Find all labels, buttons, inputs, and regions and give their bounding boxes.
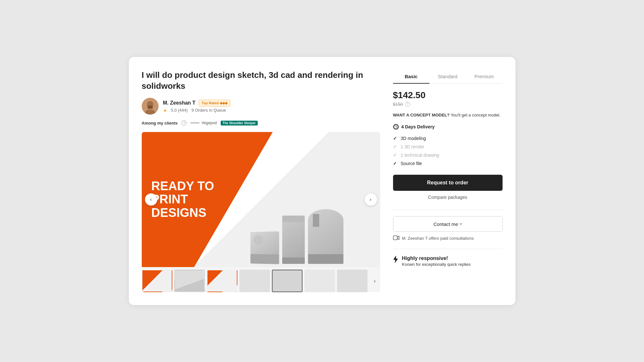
gig-title: I will do product design sketch, 3d cad … <box>142 70 380 92</box>
svg-rect-3 <box>148 106 153 109</box>
compare-packages-link[interactable]: Compare packages <box>393 195 503 200</box>
paid-consultations-row: M. Zeeshan T offers paid consultations <box>393 236 503 241</box>
contact-me-button[interactable]: Contact me › <box>393 216 503 232</box>
carousel-prev-button[interactable]: ‹ <box>145 193 157 206</box>
request-to-order-button[interactable]: Request to order <box>393 175 503 191</box>
package-tabs: Basic Standard Premium <box>393 70 503 84</box>
pricing-panel: Basic Standard Premium $142.50 $150 ? WA… <box>393 70 503 292</box>
rating-row: ★ 5.0 (444) 9 Orders in Queue <box>163 108 230 113</box>
thumbnail-4[interactable] <box>239 270 270 292</box>
original-price: $150 <box>393 102 403 107</box>
feature-label-1: 1 3D render <box>401 144 425 149</box>
price-section: $142.50 $150 ? <box>393 90 503 107</box>
feature-item-1: ✓ 1 3D render <box>393 143 503 151</box>
current-price: $142.50 <box>393 90 503 100</box>
video-camera-icon <box>393 236 399 241</box>
clock-icon <box>393 124 399 130</box>
features-list: ✓ 3D modeling ✓ 1 3D render ✓ 1 technica… <box>393 134 503 168</box>
original-price-row: $150 ? <box>393 102 503 107</box>
thumbnail-strip: › <box>142 267 380 292</box>
feature-item-3: ✓ Source file <box>393 159 503 168</box>
image-carousel: READY TO PRINT DESIGNS <box>142 132 380 292</box>
delivery-row: 4 Days Delivery <box>393 124 503 130</box>
feature-item-0: ✓ 3D modeling <box>393 134 503 143</box>
price-info-icon[interactable]: ? <box>405 102 410 107</box>
rating-value: 5.0 (444) <box>171 108 188 113</box>
svg-line-6 <box>396 127 397 127</box>
seller-row: M. Zeeshan T Top Rated ◆◆◆ ★ 5.0 (444) 9… <box>142 98 380 115</box>
check-icon-2: ✓ <box>393 153 398 158</box>
carousel-next-button[interactable]: › <box>365 193 377 206</box>
3d-models-area <box>213 132 380 267</box>
feature-label-0: 3D modeling <box>401 136 426 141</box>
avatar[interactable] <box>142 98 159 115</box>
model-shape-2 <box>282 216 305 264</box>
check-icon-0: ✓ <box>393 136 398 141</box>
thumbnail-7[interactable] <box>337 270 368 292</box>
client-vegepod: Vegepod <box>190 121 216 125</box>
concept-model-text: WANT A CONCEPT MODEL? You'll get a conce… <box>393 112 503 118</box>
check-icon-3: ✓ <box>393 161 398 166</box>
main-image: READY TO PRINT DESIGNS <box>142 132 380 267</box>
gig-card: I will do product design sketch, 3d cad … <box>129 57 515 305</box>
tab-basic[interactable]: Basic <box>393 70 429 84</box>
thumbnail-2[interactable] <box>174 270 205 292</box>
thumbnail-1[interactable] <box>142 270 172 292</box>
model-shape-3 <box>308 209 343 264</box>
seller-name[interactable]: M. Zeeshan T <box>163 100 196 106</box>
lightning-icon <box>393 255 398 265</box>
model-shape-1 <box>250 231 279 264</box>
ready-to-print-text: READY TO PRINT DESIGNS <box>151 180 214 220</box>
star-icon: ★ <box>163 108 167 113</box>
clients-help-icon[interactable]: ? <box>181 120 187 125</box>
seller-name-row: M. Zeeshan T Top Rated ◆◆◆ <box>163 100 230 107</box>
seller-info: M. Zeeshan T Top Rated ◆◆◆ ★ 5.0 (444) 9… <box>163 100 230 113</box>
feature-label-2: 1 technical drawing <box>401 153 439 158</box>
orders-queue: 9 Orders in Queue <box>192 108 226 113</box>
feature-label-3: Source file <box>401 161 422 166</box>
tab-standard[interactable]: Standard <box>429 70 466 84</box>
responsive-text-block: Highly responsive! Known for exceptional… <box>402 255 471 268</box>
clients-row: Among my clients ? Vegepod The Shoulder … <box>142 120 380 125</box>
thumbnail-5[interactable] <box>272 270 303 292</box>
gig-left-panel: I will do product design sketch, 3d cad … <box>142 70 380 292</box>
clients-label: Among my clients <box>142 121 178 125</box>
top-rated-badge: Top Rated ◆◆◆ <box>199 100 230 107</box>
tab-premium[interactable]: Premium <box>466 70 502 84</box>
paid-consult-text: M. Zeeshan T offers paid consultations <box>402 236 474 241</box>
divider-2 <box>393 249 503 249</box>
thumbnail-6[interactable] <box>304 270 335 292</box>
chevron-down-icon: › <box>458 223 464 225</box>
delivery-days: 4 Days Delivery <box>401 124 435 129</box>
client-shoulder-sleeper: The Shoulder Sleeper <box>221 121 258 125</box>
thumbnail-more-button[interactable]: › <box>370 270 380 292</box>
feature-item-2: ✓ 1 technical drawing <box>393 151 503 159</box>
responsive-title: Highly responsive! <box>402 255 471 261</box>
check-icon-1: ✓ <box>393 144 398 149</box>
responsive-row: Highly responsive! Known for exceptional… <box>393 255 503 268</box>
svg-rect-7 <box>393 236 397 240</box>
contact-me-label: Contact me <box>433 221 458 227</box>
divider-1 <box>393 209 503 210</box>
responsive-subtitle: Known for exceptionally quick replies <box>402 261 471 268</box>
thumbnail-3[interactable] <box>207 270 237 292</box>
